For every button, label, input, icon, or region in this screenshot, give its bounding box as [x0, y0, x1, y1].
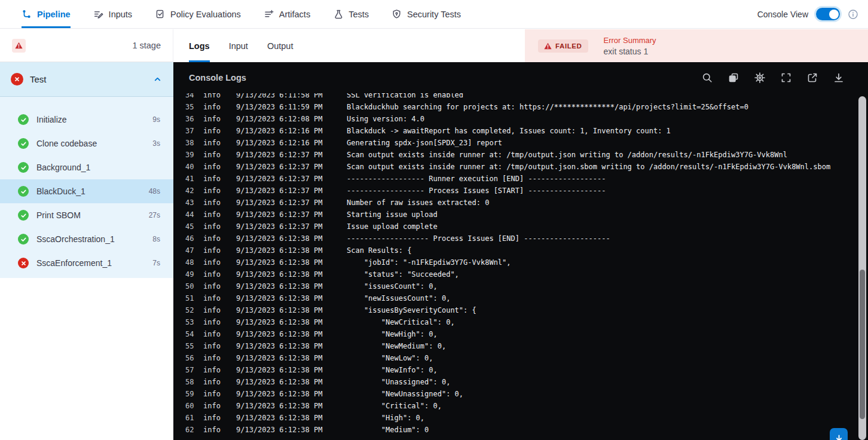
error-summary-message: exit status 1: [604, 46, 656, 57]
log-timestamp: 9/13/2023 6:12:38 PM: [236, 258, 347, 267]
log-timestamp: 9/13/2023 6:12:38 PM: [236, 366, 347, 374]
download-icon[interactable]: [833, 72, 844, 84]
chevron-up-icon[interactable]: [153, 75, 163, 84]
log-timestamp: 9/13/2023 6:12:37 PM: [236, 210, 347, 219]
step-label: SscaEnforcement_1: [36, 258, 152, 268]
log-timestamp: 9/13/2023 6:12:38 PM: [236, 426, 347, 434]
tab-input[interactable]: Input: [229, 29, 248, 62]
log-message: "Critical": 0,: [347, 402, 442, 410]
scrollbar-thumb[interactable]: [860, 270, 865, 419]
failed-badge: FAILED: [538, 39, 588, 53]
log-timestamp: 9/13/2023 6:11:59 PM: [236, 103, 347, 111]
copy-icon[interactable]: [728, 72, 739, 84]
log-timestamp: 9/13/2023 6:12:38 PM: [236, 282, 347, 291]
log-line: 42 info 9/13/2023 6:12:37 PM -----------…: [173, 185, 868, 197]
step-background_1[interactable]: Background_1: [0, 155, 173, 179]
tab-label: Pipeline: [37, 10, 71, 19]
log-line-number: 61: [185, 414, 203, 422]
console-logs-panel: Console Logs 34 info 9/13/2023 6:11:58 P…: [173, 62, 868, 440]
step-label: Clone codebase: [36, 139, 152, 148]
step-duration: 7s: [152, 259, 160, 267]
log-timestamp: 9/13/2023 6:12:38 PM: [236, 354, 347, 362]
step-initialize[interactable]: Initialize 9s: [0, 108, 173, 132]
pipeline-execution-page: PipelineInputsPolicy EvaluationsArtifact…: [0, 0, 868, 440]
log-line: 55 info 9/13/2023 6:12:38 PM "NewMedium"…: [173, 340, 868, 352]
log-line-number: 46: [185, 234, 203, 243]
step-label: Background_1: [36, 163, 160, 172]
tab-pipeline[interactable]: Pipeline: [22, 0, 71, 28]
log-timestamp: 9/13/2023 6:12:16 PM: [236, 127, 347, 135]
console-header: Console Logs: [173, 62, 868, 93]
check-circle-icon: [18, 234, 29, 245]
step-label: SscaOrchestration_1: [36, 234, 152, 244]
log-area: 34 info 9/13/2023 6:11:58 PM SSL verific…: [173, 93, 868, 440]
log-line-number: 48: [185, 258, 203, 267]
log-level: info: [203, 354, 236, 362]
scrollbar-track[interactable]: [858, 96, 866, 440]
log-line-number: 49: [185, 270, 203, 279]
log-message: SSL verification is enabled: [347, 93, 463, 99]
stage-count: 1 stage: [132, 41, 161, 50]
error-summary-title: Error Summary: [604, 35, 656, 46]
arrow-down-icon: [835, 434, 843, 440]
scroll-to-bottom-button[interactable]: [830, 428, 848, 440]
console-title: Console Logs: [189, 73, 246, 82]
tab-label: Inputs: [109, 10, 133, 19]
log-timestamp: 9/13/2023 6:12:37 PM: [236, 163, 347, 171]
console-view-toggle[interactable]: [816, 8, 840, 20]
log-message: Number of raw issues extracted: 0: [347, 198, 489, 207]
open-in-new-icon[interactable]: [806, 72, 818, 84]
log-line-number: 57: [185, 366, 203, 374]
warning-triangle-icon: [544, 42, 552, 50]
log-line: 52 info 9/13/2023 6:12:38 PM "issuesBySe…: [173, 304, 868, 316]
log-level: info: [203, 151, 236, 159]
tab-security-tests[interactable]: Security Tests: [392, 0, 461, 28]
log-message: "NewLow": 0,: [347, 354, 433, 362]
tab-label: Tests: [349, 10, 369, 19]
step-print-sbom[interactable]: Print SBOM 27s: [0, 203, 173, 227]
tab-inputs[interactable]: Inputs: [93, 0, 133, 28]
log-line-number: 52: [185, 306, 203, 314]
toggle-knob: [829, 10, 839, 19]
log-level: info: [203, 198, 236, 207]
tab-policy-evaluations[interactable]: Policy Evaluations: [155, 0, 241, 28]
tab-tests[interactable]: Tests: [333, 0, 369, 28]
log-level: info: [203, 390, 236, 398]
log-line: 60 info 9/13/2023 6:12:38 PM "Critical":…: [173, 400, 868, 412]
search-icon[interactable]: [701, 72, 713, 84]
log-line-number: 47: [185, 246, 203, 255]
stage-header-test[interactable]: Test: [0, 62, 173, 97]
step-clone-codebase[interactable]: Clone codebase 3s: [0, 132, 173, 155]
log-level: info: [203, 222, 236, 231]
tab-artifacts[interactable]: Artifacts: [264, 0, 310, 28]
log-message: "Unassigned": 0,: [347, 378, 450, 386]
check-circle-icon: [18, 210, 29, 221]
info-icon[interactable]: [848, 9, 858, 20]
tab-logs[interactable]: Logs: [189, 29, 210, 62]
log-level: info: [203, 103, 236, 111]
log-level: info: [203, 282, 236, 291]
log-timestamp: 9/13/2023 6:12:38 PM: [236, 294, 347, 302]
log-message: "NewInfo": 0,: [347, 366, 438, 374]
log-line-number: 50: [185, 282, 203, 291]
log-level: info: [203, 175, 236, 183]
log-timestamp: 9/13/2023 6:12:38 PM: [236, 318, 347, 326]
step-blackduck_1[interactable]: BlackDuck_1 48s: [0, 179, 173, 203]
log-line: 37 info 9/13/2023 6:12:16 PM Blackduck -…: [173, 125, 868, 137]
settings-icon[interactable]: [754, 72, 765, 84]
log-timestamp: 9/13/2023 6:12:37 PM: [236, 187, 347, 195]
log-line: 53 info 9/13/2023 6:12:38 PM "NewCritica…: [173, 316, 868, 328]
step-sscaenforcement_1[interactable]: SscaEnforcement_1 7s: [0, 251, 173, 275]
log-message: Issue upload complete: [347, 222, 438, 231]
top-nav: PipelineInputsPolicy EvaluationsArtifact…: [0, 0, 868, 29]
tab-output[interactable]: Output: [267, 29, 294, 62]
log-line-number: 54: [185, 330, 203, 338]
log-message: Scan output exists inside runner at: /tm…: [347, 163, 830, 171]
log-message: "status": "Succeeded",: [347, 270, 459, 279]
fullscreen-icon[interactable]: [780, 72, 791, 84]
log-line: 58 info 9/13/2023 6:12:38 PM "Unassigned…: [173, 376, 868, 388]
log-line-number: 44: [185, 210, 203, 219]
log-message: "NewUnassigned": 0,: [347, 390, 463, 398]
step-sscaorchestration_1[interactable]: SscaOrchestration_1 8s: [0, 227, 173, 251]
step-duration: 9s: [152, 115, 160, 124]
